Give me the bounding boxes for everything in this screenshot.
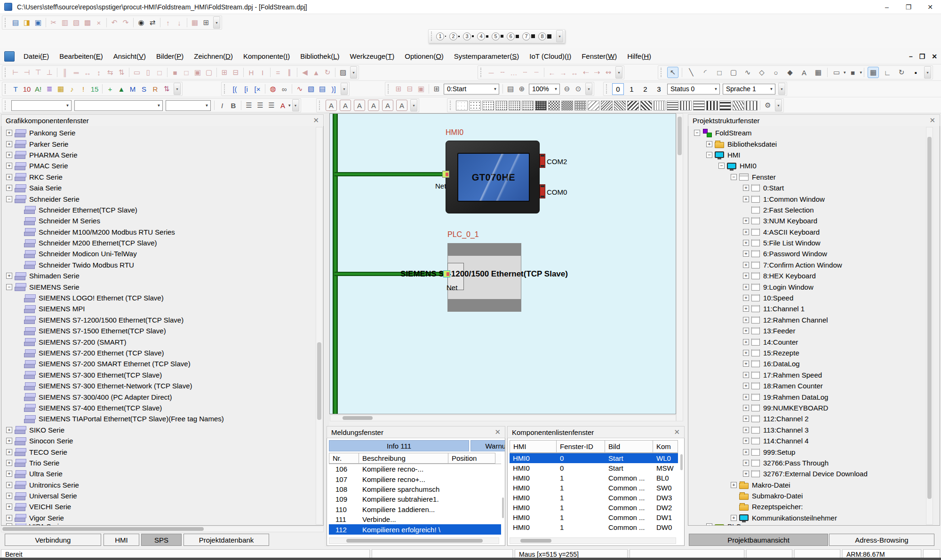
fill-pattern-p2-swatch[interactable] — [469, 101, 481, 110]
expand-icon[interactable]: + — [743, 218, 749, 224]
menu-zeichnen-d[interactable]: Zeichnen(D) — [189, 49, 238, 63]
fill-pattern-p14-swatch[interactable] — [627, 101, 639, 110]
schedule-element-icon[interactable]: 15 — [89, 83, 100, 95]
mdi-close-button[interactable]: ✕ — [932, 53, 937, 60]
tree-item-siemens-s7-300-400-pc-adapter-direct[interactable]: SIEMENS S7-300/400 (PC Adapter Direct) — [1, 391, 323, 402]
tree-item-19-rahmen-datalog[interactable]: +19:Rahmen DataLog — [688, 391, 940, 402]
toolbar-grip[interactable] — [319, 101, 322, 110]
line-width-7-button[interactable]: 7 — [522, 32, 535, 40]
screen-capture-icon[interactable]: ▪ — [910, 67, 921, 78]
tree-item-99-numkeyboard[interactable]: +99:NUMKEYBOARD — [688, 402, 940, 413]
expand-icon[interactable]: + — [743, 317, 749, 323]
menu-systemparameter-s[interactable]: Systemparameter(S) — [449, 49, 524, 63]
component-row-2[interactable]: HMI01Common ...BL0 — [510, 473, 678, 483]
macro-sm-icon[interactable]: S — [138, 83, 150, 95]
tree-item-sinocon-serie[interactable]: +Sinocon Serie — [1, 435, 323, 446]
picture-element-icon[interactable]: ▲ — [116, 83, 127, 95]
bold-icon[interactable]: B — [228, 100, 239, 111]
expand-icon[interactable]: + — [743, 185, 749, 191]
tree-item-unitronics-serie[interactable]: +Unitronics Serie — [1, 480, 323, 490]
expand-icon[interactable]: + — [6, 163, 12, 169]
tree-item-6-password-window[interactable]: +6:Password Window — [688, 248, 940, 259]
tree-item-siemens-logo-ethernet-tcp-slave[interactable]: SIEMENS LOGO! Ethernet (TCP Slave) — [1, 292, 323, 303]
expand-icon[interactable]: + — [743, 394, 749, 400]
line-width-8-button[interactable]: 8 — [538, 32, 551, 40]
wrap-a-icon[interactable]: A — [368, 100, 379, 111]
tree-item-vigor-serie[interactable]: +Vigor Serie — [1, 513, 323, 523]
hmi-connection-line[interactable] — [335, 172, 444, 176]
tree-item-13-feeder[interactable]: +13:Feeder — [688, 325, 940, 336]
tree-item-pankong-serie[interactable]: +Pankong Serie — [1, 127, 323, 138]
expand-icon[interactable]: + — [731, 515, 737, 521]
expand-icon[interactable]: + — [6, 130, 12, 136]
expand-icon[interactable]: + — [6, 438, 12, 444]
tree-item-17-rahmen-speed[interactable]: +17:Rahmen Speed — [688, 370, 940, 380]
fill-pattern-p10-swatch[interactable] — [574, 101, 586, 110]
recipe-element-icon[interactable]: R — [150, 83, 161, 95]
message-row-109[interactable]: 109Kompiliere subtrahiere1. — [329, 494, 501, 504]
expand-icon[interactable]: + — [743, 295, 749, 301]
chevron-down-icon[interactable]: ▾ — [860, 70, 862, 75]
film-strip-icon[interactable]: ▤ — [505, 83, 516, 95]
tree-item-3-num-keyboard[interactable]: +3:NUM Keyboard — [688, 215, 940, 226]
components-column-hmi[interactable]: HMI — [510, 440, 557, 453]
expand-icon[interactable]: + — [743, 372, 749, 378]
tree-item-16-datalog[interactable]: +16:DataLog — [688, 358, 940, 369]
snap-icon[interactable]: ∟ — [882, 67, 893, 78]
toolbar-grip[interactable] — [224, 84, 227, 94]
toolbar-overflow-icon[interactable]: ▾ — [341, 83, 348, 95]
expand-icon[interactable]: + — [743, 471, 749, 477]
messages-column-beschreibung[interactable]: Beschreibung — [359, 453, 448, 464]
component-row-3[interactable]: HMI01Common ...SW0 — [510, 483, 678, 493]
tree-item-schneider-m-series[interactable]: Schneider M Series — [1, 215, 323, 226]
collapse-icon[interactable]: − — [731, 174, 737, 180]
align-left-icon[interactable]: ☰ — [243, 100, 255, 111]
hatch-pattern-h3-swatch[interactable] — [706, 101, 718, 110]
fill-pattern-p6-swatch[interactable] — [522, 101, 534, 110]
image-icon[interactable]: ▦ — [813, 67, 824, 78]
left-panel-vscrollbar[interactable] — [316, 127, 323, 525]
fill-pattern-p15-swatch[interactable] — [640, 101, 652, 110]
expand-icon[interactable]: + — [743, 438, 749, 444]
expand-icon[interactable]: + — [6, 273, 12, 279]
tree-item-112-channel-2[interactable]: +112:Channel 2 — [688, 413, 940, 424]
tree-item-113-channel-3[interactable]: +113:Channel 3 — [688, 425, 940, 435]
expand-icon[interactable]: + — [743, 416, 749, 422]
hmi-net-port[interactable] — [442, 171, 449, 178]
close-button[interactable]: ✕ — [919, 0, 941, 14]
expand-icon[interactable]: + — [6, 504, 12, 510]
tree-item-18-ramen-counter[interactable]: +18:Ramen Counter — [688, 380, 940, 391]
toolbar-grip[interactable] — [5, 68, 8, 77]
font-color-icon[interactable]: A — [277, 100, 288, 111]
tree-item-siemens-s7-400-ethernet-tcp-slave[interactable]: SIEMENS S7-400 Ethernet(TCP Slave) — [1, 402, 323, 413]
mdi-restore-button[interactable]: ❐ — [919, 53, 925, 60]
expand-icon[interactable]: + — [706, 141, 712, 147]
toolbar-overflow-icon[interactable]: ▾ — [174, 83, 181, 95]
expand-icon[interactable]: + — [743, 196, 749, 202]
list-element-icon[interactable]: ≣ — [44, 83, 55, 95]
messages-tab-info[interactable]: Info 111 — [329, 440, 469, 451]
chevron-down-icon[interactable]: ▾ — [844, 70, 846, 75]
tree-item-hmi0[interactable]: −HMI0 — [688, 160, 940, 171]
data-view-icon[interactable]: ∞ — [279, 83, 290, 95]
fill-pattern-p12-swatch[interactable] — [601, 101, 613, 110]
tree-item-32766-pass-through[interactable]: +32766:Pass Through — [688, 457, 940, 468]
expand-icon[interactable]: + — [6, 482, 12, 488]
component-row-4[interactable]: HMI01Common ...DW3 — [510, 493, 678, 503]
toolbar-grip[interactable] — [606, 84, 609, 94]
tree-item-schneider-m100-m200-modbus-rtu-series[interactable]: Schneider M100/M200 Modbus RTU Series — [1, 227, 323, 237]
components-vscrollbar[interactable] — [678, 453, 685, 534]
com0-port[interactable] — [540, 184, 545, 198]
tree-item-fenster[interactable]: −Fenster — [688, 172, 940, 182]
message-row-107[interactable]: 107Kompiliere recno+... — [329, 474, 501, 484]
close-icon[interactable]: ✕ — [313, 116, 319, 125]
state-0-button[interactable]: 0 — [612, 83, 624, 95]
fill-pattern-p5-swatch[interactable] — [509, 101, 520, 110]
tree-item-12-rahmen-channel[interactable]: +12:Rahmen Channel — [688, 315, 940, 325]
component-row-0[interactable]: HMI00StartWL0 — [510, 453, 678, 463]
tree-item-schneider-m200-ethernet-tcp-slave[interactable]: Schneider M200 Ethernet(TCP Slave) — [1, 237, 323, 248]
fill-color-icon[interactable]: ■ — [847, 67, 859, 78]
toolbar-overflow-icon[interactable]: ▾ — [350, 66, 357, 79]
tab-adress-browsing[interactable]: Adress-Browsing — [829, 534, 934, 546]
state-2-button[interactable]: 2 — [639, 83, 651, 95]
